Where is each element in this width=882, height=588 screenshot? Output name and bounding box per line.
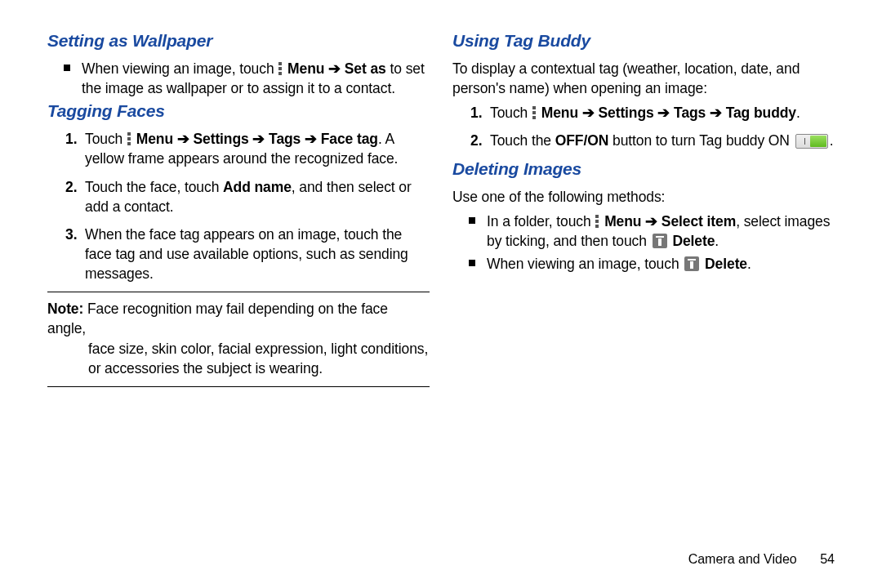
heading-deleting-images: Deleting Images (452, 159, 835, 179)
text: . (747, 256, 751, 272)
text: . (830, 132, 834, 149)
switch-on-icon (795, 134, 828, 149)
text-select: Select item (662, 213, 736, 229)
menu-icon (532, 106, 536, 119)
paragraph-methods: Use one of the following methods: (452, 187, 835, 207)
text-menu: Menu (604, 213, 641, 229)
step-1: Touch Menu ➔ Settings ➔ Tags ➔ Face tag.… (85, 129, 430, 168)
heading-tag-buddy: Using Tag Buddy (452, 31, 835, 51)
text-path: Menu ➔ Settings ➔ Tags ➔ Tag buddy (541, 105, 796, 121)
bullet-viewing-delete: When viewing an image, touch Delete. (487, 254, 835, 274)
page-number: 54 (820, 552, 835, 567)
arrow-icon: ➔ (645, 213, 662, 229)
step-2: Touch the OFF/ON button to turn Tag budd… (490, 131, 835, 150)
text: . (715, 233, 719, 249)
text: face size, skin color, facial expression… (47, 339, 430, 378)
menu-icon (278, 62, 282, 75)
text: Touch the face, touch (85, 179, 223, 195)
text-setas: Set as (345, 60, 386, 77)
note-label: Note: (47, 301, 83, 317)
step-2: Touch the face, touch Add name, and then… (85, 177, 430, 216)
text: . (796, 105, 800, 121)
text: button to turn Tag buddy ON (608, 132, 793, 149)
heading-tagging-faces: Tagging Faces (47, 101, 430, 121)
note-block: Note: Face recognition may fail dependin… (47, 299, 430, 378)
arrow-icon: ➔ (328, 60, 345, 77)
step-1: Touch Menu ➔ Settings ➔ Tags ➔ Tag buddy… (490, 103, 835, 122)
footer-section: Camera and Video (688, 552, 797, 566)
text: Touch (490, 105, 532, 121)
text-delete: Delete (672, 233, 715, 249)
menu-icon (127, 132, 131, 145)
bullet-folder-delete: In a folder, touch Menu ➔ Select item, s… (487, 212, 835, 251)
trash-icon (653, 234, 667, 248)
right-column: Using Tag Buddy To display a contextual … (452, 31, 835, 394)
text: When viewing an image, touch (487, 256, 683, 272)
divider (47, 386, 430, 387)
text-offon: OFF/ON (555, 132, 609, 149)
page-footer: Camera and Video 54 (688, 552, 835, 567)
text-addname: Add name (223, 179, 292, 195)
text: Face recognition may fail depending on t… (47, 301, 388, 336)
text: Touch the (490, 132, 555, 149)
text: When the face tag appears on an image, t… (85, 226, 408, 282)
text: In a folder, touch (487, 213, 595, 229)
divider (47, 292, 430, 292)
text: Touch (85, 131, 127, 147)
left-column: Setting as Wallpaper When viewing an ima… (47, 31, 430, 394)
bullet-wallpaper: When viewing an image, touch Menu ➔ Set … (82, 59, 430, 98)
paragraph-intro: To display a contextual tag (weather, lo… (452, 59, 835, 98)
text: When viewing an image, touch (82, 60, 278, 77)
text-delete: Delete (705, 256, 747, 272)
heading-wallpaper: Setting as Wallpaper (47, 31, 430, 51)
text-menu: Menu (287, 60, 324, 77)
trash-icon (684, 256, 699, 271)
menu-icon (595, 215, 599, 228)
step-3: When the face tag appears on an image, t… (85, 225, 430, 283)
text-path: Menu ➔ Settings ➔ Tags ➔ Face tag (136, 131, 378, 147)
